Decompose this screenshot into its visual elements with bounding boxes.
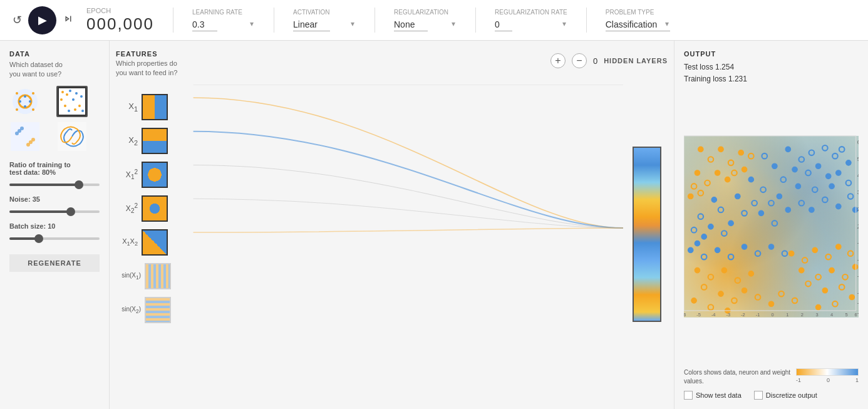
svg-point-4 xyxy=(16,108,18,111)
feature-sinx1[interactable]: sin(X1) xyxy=(116,263,171,289)
svg-text:5: 5 xyxy=(845,312,848,318)
svg-point-55 xyxy=(772,163,778,169)
discretize-output-box[interactable] xyxy=(754,391,763,400)
feature-sinx2[interactable]: sin(X2) xyxy=(116,297,171,323)
svg-point-19 xyxy=(80,95,83,98)
output-chart-container: 6 5 4 3 2 1 —0 -1 -2 -3 -4 -5 -6 -6 -5 -… xyxy=(684,90,859,363)
feature-box-sinx2[interactable] xyxy=(145,297,171,323)
show-test-data-box[interactable] xyxy=(684,391,693,400)
svg-point-94 xyxy=(725,177,730,183)
svg-point-88 xyxy=(715,170,720,176)
svg-point-99 xyxy=(812,247,818,253)
reg-rate-group: Regularization rate 0 xyxy=(495,9,567,31)
reg-rate-select-wrapper: 0 xyxy=(495,18,567,31)
problem-type-select-wrapper: Classification xyxy=(606,18,670,31)
batch-slider[interactable] xyxy=(9,237,100,240)
feature-box-x1[interactable] xyxy=(142,94,168,120)
feature-box-x1x2[interactable] xyxy=(142,229,168,256)
dataset-scatter[interactable] xyxy=(56,86,88,117)
output-title: OUTPUT xyxy=(684,50,859,58)
svg-point-125 xyxy=(768,301,774,307)
feature-x1sq[interactable]: X12 xyxy=(116,162,171,188)
regularization-group: Regularization None xyxy=(394,9,457,31)
svg-point-101 xyxy=(836,244,842,250)
play-icon: ▶ xyxy=(38,13,47,27)
features-header: FEATURES Which properties do you want to… xyxy=(116,50,177,85)
data-section-title: DATA xyxy=(9,50,100,58)
feature-box-sinx1[interactable] xyxy=(145,263,171,289)
discretize-output-checkbox[interactable]: Discretize output xyxy=(754,391,817,400)
learning-rate-label: Learning rate xyxy=(192,9,255,16)
features-list: X1 X2 X12 X22 xyxy=(116,85,171,323)
svg-point-59 xyxy=(748,177,754,183)
regularization-select[interactable]: None xyxy=(394,18,428,31)
svg-point-46 xyxy=(785,147,791,152)
svg-text:-6: -6 xyxy=(684,312,686,318)
feature-x1x2[interactable]: X1X2 xyxy=(116,229,171,256)
svg-point-123 xyxy=(741,288,747,294)
svg-point-77 xyxy=(809,207,815,213)
show-test-data-checkbox[interactable]: Show test data xyxy=(684,391,741,400)
feature-box-x1sq[interactable] xyxy=(142,162,168,188)
svg-point-79 xyxy=(836,204,842,210)
feature-box-x2[interactable] xyxy=(142,128,168,154)
separator-4 xyxy=(475,8,476,33)
regularization-label: Regularization xyxy=(394,9,457,16)
svg-point-53 xyxy=(829,184,835,190)
svg-point-7 xyxy=(19,100,21,103)
activation-select[interactable]: Linear xyxy=(293,18,330,31)
regularization-select-wrapper: None xyxy=(394,18,457,31)
feature-x2[interactable]: X2 xyxy=(116,128,171,154)
feature-x1[interactable]: X1 xyxy=(116,94,171,120)
svg-text:-4: -4 xyxy=(857,291,859,297)
svg-text:2: 2 xyxy=(857,207,859,213)
feature-box-x2sq[interactable] xyxy=(142,195,168,222)
svg-point-49 xyxy=(792,167,798,173)
svg-point-67 xyxy=(708,224,714,230)
svg-point-30 xyxy=(26,143,30,147)
svg-point-97 xyxy=(788,251,794,257)
svg-point-23 xyxy=(74,108,76,111)
reg-rate-select[interactable]: 0 xyxy=(495,18,512,31)
learning-rate-select[interactable]: 0.3 xyxy=(192,18,217,31)
svg-point-103 xyxy=(798,268,804,274)
activation-group: Activation Linear xyxy=(293,9,356,31)
svg-point-132 xyxy=(715,247,720,253)
feature-x2sq[interactable]: X22 xyxy=(116,195,171,222)
separator-1 xyxy=(173,8,173,33)
svg-point-3 xyxy=(32,92,34,95)
dataset-spiral[interactable] xyxy=(56,121,88,152)
network-connections-svg xyxy=(116,85,668,384)
svg-point-90 xyxy=(695,170,700,176)
dataset-circle[interactable] xyxy=(9,86,41,117)
output-node-visualization xyxy=(633,147,661,322)
svg-text:-3: -3 xyxy=(726,312,730,318)
svg-text:-5: -5 xyxy=(696,312,701,318)
add-layer-button[interactable]: + xyxy=(550,53,566,68)
svg-point-63 xyxy=(728,221,734,227)
problem-type-select[interactable]: Classification xyxy=(606,18,670,31)
svg-text:4: 4 xyxy=(830,312,833,318)
svg-point-105 xyxy=(829,268,835,274)
hidden-layers-controls: + − 0 HIDDEN LAYERS xyxy=(550,53,668,68)
ratio-slider[interactable] xyxy=(9,184,100,186)
svg-text:2: 2 xyxy=(801,312,803,318)
svg-text:-2: -2 xyxy=(741,312,745,318)
svg-text:4: 4 xyxy=(857,173,859,179)
step-button[interactable] xyxy=(63,13,74,28)
reset-button[interactable]: ↺ xyxy=(13,13,22,27)
play-button[interactable]: ▶ xyxy=(28,6,56,34)
svg-point-43 xyxy=(825,173,831,179)
gradient-bar xyxy=(796,368,859,376)
ratio-label: Ratio of training to test data: 80% xyxy=(9,161,100,176)
regenerate-button[interactable]: REGENERATE xyxy=(9,254,100,272)
noise-slider[interactable] xyxy=(9,210,100,213)
remove-layer-button[interactable]: − xyxy=(572,53,587,68)
dataset-gaussian[interactable] xyxy=(9,121,41,152)
svg-point-22 xyxy=(68,110,70,112)
svg-point-107 xyxy=(852,264,858,270)
gradient-labels: -1 0 1 xyxy=(796,377,859,383)
reg-rate-label: Regularization rate xyxy=(495,9,567,16)
svg-point-111 xyxy=(849,295,855,301)
svg-text:-5: -5 xyxy=(857,301,859,307)
